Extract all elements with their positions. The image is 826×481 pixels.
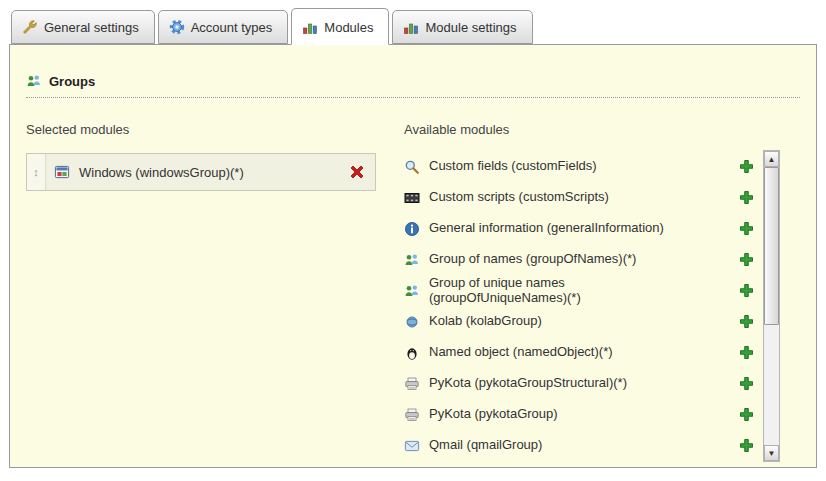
group-icon	[404, 252, 420, 268]
tab-general-settings[interactable]: General settings	[11, 10, 155, 44]
available-module-row: PyKota (pykotaGroup)	[404, 399, 754, 430]
add-module-button[interactable]	[739, 314, 754, 329]
add-module-button[interactable]	[739, 221, 754, 236]
add-module-button[interactable]	[739, 407, 754, 422]
available-modules-heading: Available modules	[404, 122, 754, 137]
available-module-row: Group of unique names (groupOfUniqueName…	[404, 275, 754, 306]
windows-icon	[54, 164, 70, 180]
scroll-down-button[interactable]: ▼	[764, 445, 779, 461]
available-module-row: Custom scripts (customScripts)	[404, 182, 754, 213]
available-module-row: Named object (namedObject)(*)	[404, 337, 754, 368]
content-panel: Groups Selected modules ↕ Windows (windo…	[9, 44, 817, 468]
module-label: Custom fields (customFields)	[429, 159, 597, 174]
wrench-icon	[22, 19, 38, 35]
module-label: Windows (windowsGroup)(*)	[79, 165, 244, 180]
available-module-row: Kolab (kolabGroup)	[404, 306, 754, 337]
module-label: Kolab (kolabGroup)	[429, 314, 542, 329]
printer-icon	[404, 376, 420, 392]
lam-config-window: General settings Account types Modules M…	[0, 0, 826, 468]
add-module-button[interactable]	[739, 159, 754, 174]
section-title: Groups	[49, 74, 95, 89]
scroll-up-button[interactable]: ▲	[764, 151, 779, 167]
section-header: Groups	[26, 73, 800, 98]
tab-bar: General settings Account types Modules M…	[0, 0, 826, 44]
tab-label: Account types	[191, 20, 273, 35]
module-label: Custom scripts (customScripts)	[429, 190, 609, 205]
info-icon	[404, 221, 420, 237]
groups-icon	[26, 73, 42, 89]
tab-label: Module settings	[425, 20, 516, 35]
tab-modules[interactable]: Modules	[291, 8, 389, 45]
module-label: General information (generalInformation)	[429, 221, 664, 236]
available-module-row: Qmail (qmailGroup)	[404, 430, 754, 461]
remove-module-button[interactable]	[349, 164, 365, 180]
add-module-button[interactable]	[739, 345, 754, 360]
selected-modules-heading: Selected modules	[26, 122, 404, 137]
tab-account-types[interactable]: Account types	[158, 10, 289, 44]
module-label: Group of names (groupOfNames)(*)	[429, 252, 636, 267]
module-label: PyKota (pykotaGroup)	[429, 407, 558, 422]
add-module-button[interactable]	[739, 376, 754, 391]
module-label: Named object (namedObject)(*)	[429, 345, 613, 360]
add-module-button[interactable]	[739, 190, 754, 205]
scrollbar-thumb[interactable]	[764, 167, 779, 325]
available-module-row: Custom fields (customFields)	[404, 151, 754, 182]
add-module-button[interactable]	[739, 438, 754, 453]
available-module-row: General information (generalInformation)	[404, 213, 754, 244]
filmstrip-icon	[404, 190, 420, 206]
gear-icon	[169, 19, 185, 35]
bar-chart-icon	[302, 19, 318, 35]
penguin-icon	[404, 345, 420, 361]
module-label: PyKota (pykotaGroupStructural)(*)	[429, 376, 627, 391]
drag-handle-icon[interactable]: ↕	[27, 154, 46, 190]
add-module-button[interactable]	[739, 283, 754, 298]
available-module-row: Group of names (groupOfNames)(*)	[404, 244, 754, 275]
bar-chart-icon	[403, 19, 419, 35]
selected-module-row: ↕ Windows (windowsGroup)(*)	[26, 153, 376, 191]
add-module-button[interactable]	[739, 252, 754, 267]
kolab-icon	[404, 314, 420, 330]
tab-label: Modules	[324, 20, 373, 35]
group-icon	[404, 283, 420, 299]
module-label: Qmail (qmailGroup)	[429, 438, 542, 453]
available-modules-list: Custom fields (customFields) Custom scri…	[404, 151, 754, 461]
tab-module-settings[interactable]: Module settings	[392, 10, 532, 44]
available-module-row: PyKota (pykotaGroupStructural)(*)	[404, 368, 754, 399]
magnifier-icon	[404, 159, 420, 175]
module-label: Group of unique names (groupOfUniqueName…	[429, 276, 581, 306]
printer-icon	[404, 407, 420, 423]
selected-modules-column: Selected modules ↕ Windows (windowsGroup…	[26, 122, 404, 461]
available-modules-column: Available modules Custom fields (customF…	[404, 122, 800, 461]
mail-icon	[404, 438, 420, 454]
tab-label: General settings	[44, 20, 139, 35]
modules-columns: Selected modules ↕ Windows (windowsGroup…	[26, 122, 800, 461]
scrollbar[interactable]: ▲ ▼	[763, 150, 780, 462]
